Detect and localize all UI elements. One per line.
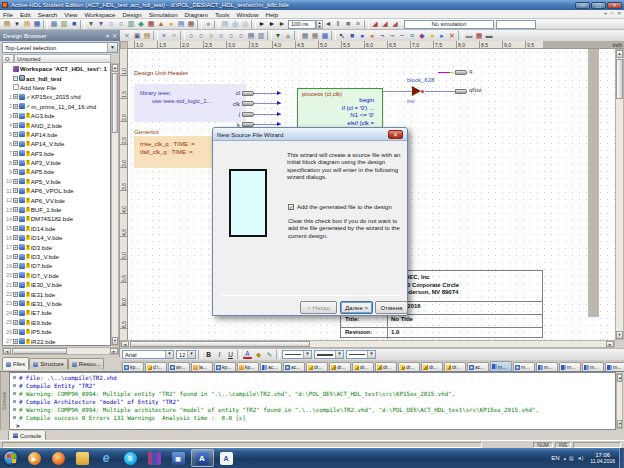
- sidebar-tab[interactable]: Resou...: [68, 358, 105, 369]
- delete-tool-icon[interactable]: ✕: [447, 31, 457, 41]
- sep[interactable]: [153, 31, 158, 40]
- line-color-button[interactable]: ✎: [265, 350, 274, 359]
- tree-item[interactable]: 18 ! ID3_V.bde: [3, 252, 110, 261]
- tree-item[interactable]: 26 ! IP5.bde: [3, 327, 110, 336]
- tree-vertical-scrollbar[interactable]: ▲ ▼: [111, 63, 119, 346]
- tree-item[interactable]: 14 ! DM74S182.bde: [3, 214, 110, 223]
- empty-combo[interactable]: [496, 20, 536, 29]
- tree-item[interactable]: 16 ! ID14_V.bde: [3, 233, 110, 242]
- tree-expander-icon[interactable]: [13, 104, 18, 109]
- cascade-icon[interactable]: ▩: [49, 19, 59, 29]
- tree-item[interactable]: 4 ! AND_2.bde: [3, 120, 110, 129]
- grid-icon[interactable]: ▦: [300, 31, 310, 41]
- refresh-icon[interactable]: ◎: [240, 19, 250, 29]
- library-manager-icon[interactable]: ▦: [146, 19, 156, 29]
- arrow-style-combo[interactable]: ▼: [346, 350, 376, 359]
- input-port[interactable]: clk: [224, 100, 281, 108]
- select-tool-icon[interactable]: ↖: [337, 31, 347, 41]
- zoom-in-icon[interactable]: ○: [186, 31, 196, 41]
- tree-expander-icon[interactable]: [13, 160, 18, 165]
- port-connector-icon[interactable]: [242, 91, 254, 96]
- font-family-combo[interactable]: Arial ▼: [122, 350, 174, 359]
- font-size-combo[interactable]: 12 ▼: [176, 350, 196, 359]
- tree-expander-icon[interactable]: [13, 94, 18, 99]
- scroll-down-icon[interactable]: ▼: [112, 337, 118, 345]
- pan-icon[interactable]: ○: [196, 31, 206, 41]
- pop-icon[interactable]: ▲: [283, 31, 293, 41]
- column-unsorted[interactable]: Unsorted: [14, 54, 111, 63]
- cut-icon[interactable]: ✕: [122, 31, 132, 41]
- new-file-icon[interactable]: ▤: [2, 19, 12, 29]
- synthesis-icon[interactable]: ▥: [126, 19, 136, 29]
- scroll-right-icon[interactable]: ►: [110, 348, 118, 354]
- tree-item[interactable]: 22 ! IE31.bde: [3, 289, 110, 298]
- tree-expander-icon[interactable]: [13, 113, 18, 118]
- tree-expander-icon[interactable]: [13, 76, 18, 81]
- taskbar-app-slot[interactable]: ▣: [167, 449, 190, 467]
- menu-item[interactable]: Design: [122, 11, 141, 18]
- stop-icon[interactable]: ●: [203, 19, 213, 29]
- tree-item[interactable]: 9 ! AP5.bde: [3, 167, 110, 176]
- tree-item[interactable]: 5 ! AP14.bde: [3, 130, 110, 139]
- save-icon[interactable]: ▦: [32, 19, 42, 29]
- probe-tool-icon[interactable]: ▸: [437, 31, 447, 41]
- tree-expander-icon[interactable]: [13, 216, 18, 221]
- console-side-strip[interactable]: Console: [0, 372, 9, 430]
- tree-item[interactable]: 2 ✓ m_prims_11_04_16.vhd: [3, 102, 110, 111]
- tree-item[interactable]: 15 ! ID14.bde: [3, 224, 110, 233]
- scroll-up-icon[interactable]: ▲: [616, 50, 623, 58]
- mdi-minimize-icon[interactable]: ▫: [611, 10, 613, 16]
- text-tool-icon[interactable]: ▬: [464, 31, 474, 41]
- taskbar-app-slot[interactable]: A: [191, 449, 214, 467]
- tree-expander-icon[interactable]: [13, 151, 18, 156]
- scroll-left-icon[interactable]: ◄: [3, 348, 11, 354]
- tree-item[interactable]: 6 ! AP14_V.bde: [3, 139, 110, 148]
- signal-wire[interactable]: [425, 91, 455, 92]
- panel-pin-icon[interactable]: ▾: [106, 32, 109, 39]
- step-over-icon[interactable]: »: [353, 19, 363, 29]
- media-player-icon[interactable]: ▶: [28, 452, 41, 465]
- scrollbar-thumb[interactable]: [112, 73, 118, 133]
- hotlog-icon[interactable]: ▲: [156, 19, 166, 29]
- tree-item[interactable]: 24 ! IE7.bde: [3, 308, 110, 317]
- tree-item[interactable]: 10 ! AP5_V.bde: [3, 177, 110, 186]
- fub-tool-icon[interactable]: ■: [347, 31, 357, 41]
- tree-expander-icon[interactable]: [13, 245, 18, 250]
- document-tab[interactable]: m...: [582, 362, 604, 371]
- chevron-down-icon[interactable]: ▼: [165, 351, 173, 358]
- bubble-tool-icon[interactable]: ●: [427, 31, 437, 41]
- tree-item[interactable]: 23 ! IE31_V.bde: [3, 299, 110, 308]
- scroll-down-icon[interactable]: ▼: [616, 331, 623, 339]
- document-tab[interactable]: kp...: [237, 362, 259, 371]
- tree-expander-icon[interactable]: [13, 301, 18, 306]
- tree-item[interactable]: 11 ! AP6_VPOL.bde: [3, 186, 110, 195]
- trace-into-icon[interactable]: ◢: [370, 19, 380, 29]
- console-prompt[interactable]: >: [16, 422, 615, 430]
- tree-item[interactable]: 7 ! AP3.bde: [3, 149, 110, 158]
- tree-item[interactable]: 13 ! BUF_1.bde: [3, 205, 110, 214]
- skype-icon[interactable]: S: [124, 452, 137, 465]
- maximize-button[interactable]: ▢: [591, 2, 606, 9]
- paste-icon[interactable]: ▤: [142, 31, 152, 41]
- sep[interactable]: [180, 31, 185, 40]
- reload-icon[interactable]: ◎: [230, 19, 240, 29]
- document-tab[interactable]: m...: [513, 362, 535, 371]
- sim-time-input[interactable]: 100 ns: [288, 20, 316, 29]
- tree-expander-icon[interactable]: [13, 188, 18, 193]
- sidebar-tab[interactable]: Structure: [29, 358, 68, 369]
- canvas-horizontal-scrollbar[interactable]: ◄ ►: [120, 340, 615, 348]
- tree-item[interactable]: 12 ! AP6_VV.bde: [3, 195, 110, 204]
- menu-item[interactable]: Diagram: [185, 11, 208, 18]
- tile-icon[interactable]: ▥: [59, 19, 69, 29]
- tree-expander-icon[interactable]: [13, 339, 18, 344]
- next-button[interactable]: Далее >: [340, 301, 373, 314]
- undo-icon[interactable]: «: [159, 31, 169, 41]
- zoom-area-icon[interactable]: ○: [216, 31, 226, 41]
- document-tab[interactable]: dr...: [398, 362, 420, 371]
- selected-wire[interactable]: [438, 72, 450, 74]
- tree-item[interactable]: 25 ! IE9.bde: [3, 318, 110, 327]
- signal-wire[interactable]: [254, 93, 281, 94]
- document-tab[interactable]: ac...: [260, 362, 282, 371]
- tree-expander-icon[interactable]: [13, 292, 18, 297]
- canvas-vertical-scrollbar[interactable]: ▲ ▼: [615, 49, 624, 340]
